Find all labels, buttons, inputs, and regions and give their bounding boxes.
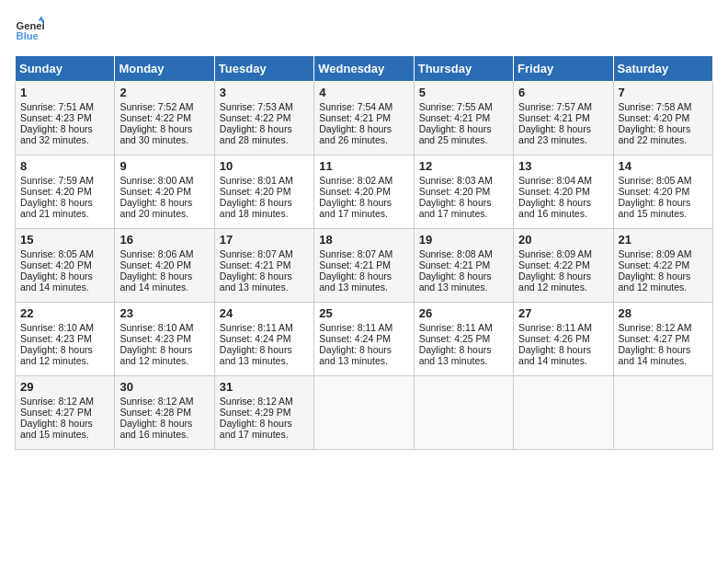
daylight: Daylight: 8 hours and 22 minutes. bbox=[619, 123, 691, 145]
daylight: Daylight: 8 hours and 23 minutes. bbox=[518, 123, 591, 145]
day-number: 26 bbox=[419, 306, 508, 320]
sunrise: Sunrise: 8:12 AM bbox=[20, 396, 94, 407]
sunrise: Sunrise: 8:07 AM bbox=[220, 248, 293, 259]
day-cell: 14Sunrise: 8:05 AMSunset: 4:20 PMDayligh… bbox=[613, 155, 712, 229]
day-number: 23 bbox=[119, 306, 209, 320]
day-cell: 22Sunrise: 8:10 AMSunset: 4:23 PMDayligh… bbox=[16, 303, 115, 376]
sunrise: Sunrise: 8:01 AM bbox=[220, 175, 293, 186]
sunrise: Sunrise: 7:54 AM bbox=[319, 101, 392, 112]
day-number: 12 bbox=[419, 159, 508, 173]
daylight: Daylight: 8 hours and 13 minutes. bbox=[319, 344, 392, 366]
day-cell: 10Sunrise: 8:01 AMSunset: 4:20 PMDayligh… bbox=[214, 155, 313, 229]
day-number: 15 bbox=[20, 233, 109, 247]
sunset: Sunset: 4:23 PM bbox=[20, 333, 92, 344]
day-cell: 8Sunrise: 7:59 AMSunset: 4:20 PMDaylight… bbox=[16, 155, 115, 229]
sunset: Sunset: 4:20 PM bbox=[20, 259, 92, 270]
weekday-friday: Friday bbox=[514, 56, 613, 82]
sunrise: Sunrise: 8:06 AM bbox=[119, 248, 193, 259]
day-cell: 9Sunrise: 8:00 AMSunset: 4:20 PMDaylight… bbox=[115, 155, 214, 229]
sunrise: Sunrise: 8:12 AM bbox=[119, 396, 193, 407]
sunrise: Sunrise: 7:57 AM bbox=[518, 101, 592, 112]
day-cell: 19Sunrise: 8:08 AMSunset: 4:21 PMDayligh… bbox=[414, 229, 513, 303]
day-number: 16 bbox=[119, 233, 209, 247]
day-number: 18 bbox=[319, 233, 408, 247]
day-number: 25 bbox=[319, 306, 408, 320]
sunset: Sunset: 4:22 PM bbox=[119, 112, 191, 123]
weekday-wednesday: Wednesday bbox=[314, 56, 414, 82]
sunset: Sunset: 4:21 PM bbox=[319, 112, 391, 123]
day-number: 24 bbox=[220, 306, 309, 320]
day-number: 5 bbox=[419, 86, 508, 99]
day-cell: 5Sunrise: 7:55 AMSunset: 4:21 PMDaylight… bbox=[414, 82, 513, 155]
daylight: Daylight: 8 hours and 32 minutes. bbox=[20, 123, 93, 145]
sunset: Sunset: 4:21 PM bbox=[419, 259, 491, 270]
sunrise: Sunrise: 8:05 AM bbox=[619, 175, 692, 186]
day-number: 29 bbox=[20, 380, 109, 394]
daylight: Daylight: 8 hours and 14 minutes. bbox=[619, 344, 691, 366]
day-number: 28 bbox=[619, 306, 708, 320]
sunrise: Sunrise: 7:58 AM bbox=[619, 101, 692, 112]
day-cell: 30Sunrise: 8:12 AMSunset: 4:28 PMDayligh… bbox=[115, 376, 214, 450]
sunset: Sunset: 4:23 PM bbox=[119, 333, 191, 344]
daylight: Daylight: 8 hours and 28 minutes. bbox=[220, 123, 292, 145]
sunset: Sunset: 4:20 PM bbox=[119, 259, 191, 270]
daylight: Daylight: 8 hours and 30 minutes. bbox=[119, 123, 192, 145]
day-cell: 25Sunrise: 8:11 AMSunset: 4:24 PMDayligh… bbox=[314, 303, 414, 376]
sunrise: Sunrise: 8:10 AM bbox=[20, 322, 94, 333]
daylight: Daylight: 8 hours and 17 minutes. bbox=[319, 197, 392, 219]
week-row-1: 1Sunrise: 7:51 AMSunset: 4:23 PMDaylight… bbox=[16, 82, 713, 155]
weekday-thursday: Thursday bbox=[414, 56, 513, 82]
sunset: Sunset: 4:20 PM bbox=[419, 186, 491, 197]
sunset: Sunset: 4:26 PM bbox=[518, 333, 590, 344]
daylight: Daylight: 8 hours and 14 minutes. bbox=[119, 270, 192, 293]
sunrise: Sunrise: 8:07 AM bbox=[319, 248, 392, 259]
sunset: Sunset: 4:24 PM bbox=[220, 333, 291, 344]
sunrise: Sunrise: 8:09 AM bbox=[619, 248, 692, 259]
daylight: Daylight: 8 hours and 12 minutes. bbox=[518, 270, 591, 293]
page-header: General Blue bbox=[15, 15, 713, 44]
sunset: Sunset: 4:21 PM bbox=[319, 259, 391, 270]
daylight: Daylight: 8 hours and 20 minutes. bbox=[119, 197, 192, 219]
day-cell: 12Sunrise: 8:03 AMSunset: 4:20 PMDayligh… bbox=[414, 155, 513, 229]
weekday-sunday: Sunday bbox=[16, 56, 115, 82]
logo: General Blue bbox=[15, 15, 48, 44]
day-number: 8 bbox=[20, 159, 109, 173]
sunset: Sunset: 4:23 PM bbox=[20, 112, 92, 123]
sunrise: Sunrise: 7:53 AM bbox=[220, 101, 293, 112]
svg-text:Blue: Blue bbox=[17, 30, 39, 41]
sunset: Sunset: 4:28 PM bbox=[119, 407, 191, 418]
daylight: Daylight: 8 hours and 13 minutes. bbox=[220, 344, 292, 366]
calendar-body: 1Sunrise: 7:51 AMSunset: 4:23 PMDaylight… bbox=[16, 82, 713, 450]
day-cell bbox=[613, 376, 712, 450]
daylight: Daylight: 8 hours and 13 minutes. bbox=[419, 270, 492, 293]
sunset: Sunset: 4:22 PM bbox=[518, 259, 590, 270]
svg-marker-2 bbox=[39, 17, 44, 21]
day-number: 21 bbox=[619, 233, 708, 247]
day-number: 30 bbox=[119, 380, 209, 394]
day-cell: 29Sunrise: 8:12 AMSunset: 4:27 PMDayligh… bbox=[16, 376, 115, 450]
daylight: Daylight: 8 hours and 14 minutes. bbox=[518, 344, 591, 366]
day-cell: 31Sunrise: 8:12 AMSunset: 4:29 PMDayligh… bbox=[214, 376, 313, 450]
day-cell bbox=[514, 376, 613, 450]
day-number: 11 bbox=[319, 159, 408, 173]
day-number: 4 bbox=[319, 86, 408, 99]
day-cell: 3Sunrise: 7:53 AMSunset: 4:22 PMDaylight… bbox=[214, 82, 313, 155]
sunrise: Sunrise: 8:08 AM bbox=[419, 248, 493, 259]
sunrise: Sunrise: 8:11 AM bbox=[419, 322, 493, 333]
weekday-header-row: SundayMondayTuesdayWednesdayThursdayFrid… bbox=[16, 56, 713, 82]
daylight: Daylight: 8 hours and 14 minutes. bbox=[20, 270, 93, 293]
day-cell: 17Sunrise: 8:07 AMSunset: 4:21 PMDayligh… bbox=[214, 229, 313, 303]
sunrise: Sunrise: 8:11 AM bbox=[518, 322, 592, 333]
daylight: Daylight: 8 hours and 26 minutes. bbox=[319, 123, 392, 145]
daylight: Daylight: 8 hours and 12 minutes. bbox=[619, 270, 691, 293]
weekday-tuesday: Tuesday bbox=[214, 56, 313, 82]
sunrise: Sunrise: 8:05 AM bbox=[20, 248, 94, 259]
day-cell: 4Sunrise: 7:54 AMSunset: 4:21 PMDaylight… bbox=[314, 82, 414, 155]
day-cell: 18Sunrise: 8:07 AMSunset: 4:21 PMDayligh… bbox=[314, 229, 414, 303]
daylight: Daylight: 8 hours and 15 minutes. bbox=[619, 197, 691, 219]
sunrise: Sunrise: 8:12 AM bbox=[220, 396, 293, 407]
sunset: Sunset: 4:20 PM bbox=[319, 186, 391, 197]
week-row-4: 22Sunrise: 8:10 AMSunset: 4:23 PMDayligh… bbox=[16, 303, 713, 376]
day-number: 19 bbox=[419, 233, 508, 247]
svg-text:General: General bbox=[17, 20, 44, 31]
